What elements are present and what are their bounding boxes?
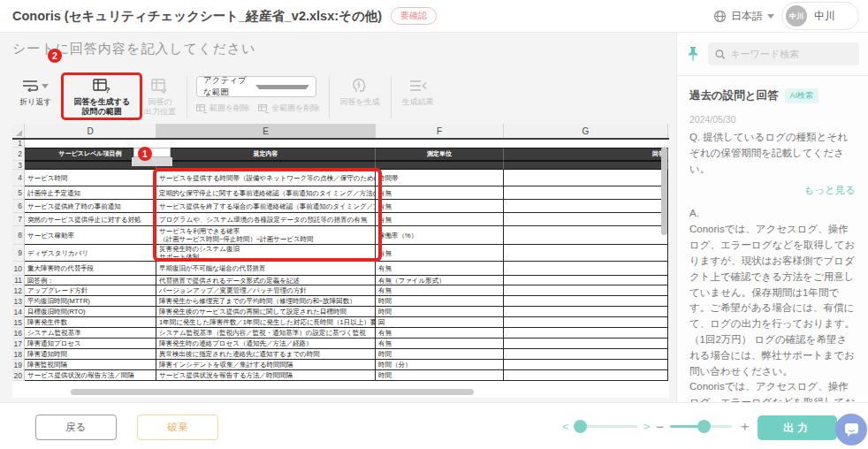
zoom-in-button[interactable]: ＋ [738, 418, 751, 435]
column-header-F[interactable]: F [376, 124, 504, 138]
select-all-corner[interactable] [12, 124, 25, 138]
cell-F20[interactable]: 時間 [376, 370, 504, 381]
row-number-12[interactable]: 12 [12, 285, 25, 296]
cell-F12[interactable]: 有無 [376, 285, 504, 296]
cell-E13[interactable]: 障害発生から修理完了までの平均時間（修理時間の和÷故障回数） [156, 296, 376, 307]
cell-G18[interactable] [504, 349, 668, 360]
cell-D15[interactable]: 障害発生件数 [25, 317, 156, 328]
cell-E16[interactable]: システム監視基準（監視内容／監視・通知基準）の設定に基づく監視 [156, 328, 376, 339]
row-number-1[interactable]: 1 [12, 140, 25, 148]
cell-E11[interactable]: 代替措置で提供されるデータ形式の定義を記述 [156, 276, 376, 285]
discard-button[interactable]: 破棄 [137, 415, 218, 440]
cell-D9[interactable]: ディザスタリカバリ [25, 245, 156, 262]
cell-G15[interactable] [504, 317, 668, 328]
row-number-9[interactable]: 9 [12, 245, 25, 262]
row-number-8[interactable]: 8 [12, 226, 25, 245]
user-menu[interactable]: 中川 中川 [781, 2, 859, 30]
row-number-17[interactable]: 17 [12, 339, 25, 349]
active-range-select[interactable]: アクティブな範囲 [196, 76, 316, 97]
scroll-left-icon[interactable]: < [562, 420, 569, 433]
cell-F6[interactable]: 有無 [376, 200, 504, 213]
row-number-6[interactable]: 6 [12, 200, 25, 213]
answer-output-position-button[interactable]: 回答の 出力位置 [137, 74, 183, 120]
cell-G9[interactable] [504, 245, 668, 262]
cell-F16[interactable]: 有無 [376, 328, 504, 339]
zoom-slider[interactable] [670, 425, 732, 428]
cell-E12[interactable]: バージョンアップ／変更管理／パッチ管理の方針 [156, 285, 376, 296]
cell-G14[interactable] [504, 307, 668, 317]
scroll-right-icon[interactable]: > [643, 420, 651, 433]
cell-D13[interactable]: 平均復旧時間(MTTR) [25, 296, 156, 307]
generate-answer-button[interactable]: 回答を生成 [333, 74, 387, 120]
cell-F13[interactable]: 時間 [376, 296, 504, 307]
cell-G11[interactable] [504, 276, 668, 285]
cell-F9[interactable]: 有無 [376, 245, 504, 262]
cell-G1[interactable] [504, 140, 668, 148]
row-number-19[interactable]: 19 [12, 360, 25, 370]
cell-D8[interactable]: サービス稼動率 [25, 226, 156, 245]
cell-E10[interactable]: 早期復旧が不可能な場合の代替措置 [156, 262, 376, 276]
cell-F10[interactable]: 有無 [376, 262, 504, 276]
slider-thumb[interactable] [574, 420, 587, 433]
row-number-16[interactable]: 16 [12, 328, 25, 339]
cell-D16[interactable]: システム監視基準 [25, 328, 156, 339]
cell-G6[interactable] [504, 200, 668, 213]
row-number-11[interactable]: 11 [12, 276, 25, 285]
cell-E6[interactable]: サービス提供を終了する場合の事前連絡確認（事前通知のタイミング／方法の記述を含む… [156, 200, 376, 213]
cell-F1[interactable] [376, 140, 504, 148]
output-button[interactable]: 出力 [758, 415, 837, 440]
cell-E17[interactable]: 障害発生時の連絡プロセス（通知先／方法／経路） [156, 339, 376, 349]
row-number-2[interactable]: 2 [12, 148, 25, 161]
vertical-scrollbar[interactable] [661, 147, 667, 235]
cell-F17[interactable]: 有無 [376, 339, 504, 349]
cell-E14[interactable]: 障害発生後のサービス提供の再開に関して設定された目標時間 [156, 307, 376, 317]
column-header-E[interactable]: E [156, 124, 376, 138]
cell-G3[interactable] [504, 161, 668, 170]
wrap-text-button[interactable]: 折り返す [12, 74, 58, 120]
cell-E2[interactable]: 規定内容 [156, 148, 376, 161]
cell-F2[interactable]: 測定単位 [376, 148, 504, 161]
back-button[interactable]: 戻る [35, 415, 117, 440]
cell-F14[interactable]: 時間 [376, 307, 504, 317]
row-number-14[interactable]: 14 [12, 307, 25, 317]
cell-D11[interactable]: 回答例： [25, 276, 156, 285]
cell-F11[interactable]: 有無（ファイル形式） [376, 276, 504, 285]
cell-F4[interactable]: 時間帯 [376, 170, 504, 186]
cell-D12[interactable]: アップグレード方針 [25, 285, 156, 296]
row-number-3[interactable]: 3 [12, 161, 25, 170]
cell-E9[interactable]: 災害発生時のシステム復旧サポート体制 [156, 245, 376, 262]
generation-result-button[interactable]: 生成結果 [395, 74, 441, 120]
cell-G20[interactable] [504, 370, 668, 381]
horizontal-scrollbar[interactable] [71, 389, 474, 395]
row-number-7[interactable]: 7 [12, 213, 25, 226]
see-more-link[interactable]: もっと見る [689, 184, 856, 197]
cell-F8[interactable]: 稼働率（%） [376, 226, 504, 245]
pin-icon[interactable] [686, 46, 700, 62]
cell-D4[interactable]: サービス時間 [25, 170, 156, 186]
zoom-out-button[interactable]: − [656, 419, 664, 434]
cell-G17[interactable] [504, 339, 668, 349]
search-input[interactable] [731, 49, 852, 59]
cell-D19[interactable]: 障害監視間隔 [25, 360, 156, 370]
cell-F19[interactable]: 時間（分） [376, 360, 504, 370]
delete-range-button[interactable]: 範囲を削除 [196, 103, 249, 114]
cell-D20[interactable]: サービス提供状況の報告方法／間隔 [25, 370, 156, 381]
cell-G16[interactable] [504, 328, 668, 339]
cell-E7[interactable]: プログラムや、システム環境の各種設定データの預託等の措置の有無 [156, 213, 376, 226]
cell-D14[interactable]: 目標復旧時間(RTO) [25, 307, 156, 317]
cell-F5[interactable]: 有無 [376, 186, 504, 200]
generate-range-button[interactable]: ? 回答を生成する 設問の範囲 [66, 74, 137, 120]
column-header-D[interactable]: D [25, 124, 156, 138]
cell-G8[interactable] [504, 226, 668, 245]
delete-all-ranges-button[interactable]: 全範囲を削除 [258, 103, 319, 114]
cell-F7[interactable]: 有無 [376, 213, 504, 226]
row-number-18[interactable]: 18 [12, 349, 25, 360]
row-number-5[interactable]: 5 [12, 186, 25, 200]
row-number-13[interactable]: 13 [12, 296, 25, 307]
cell-G4[interactable] [504, 170, 668, 186]
cell-G13[interactable] [504, 296, 668, 307]
cell-E18[interactable]: 異常検出後に指定された連絡先に通知するまでの時間 [156, 349, 376, 360]
cell-G19[interactable] [504, 360, 668, 370]
cell-G10[interactable] [504, 262, 668, 276]
cell-E4[interactable]: サービスを提供する時間帯（設備やネットワーク等の点検／保守のための計画停止時間の… [156, 170, 376, 186]
